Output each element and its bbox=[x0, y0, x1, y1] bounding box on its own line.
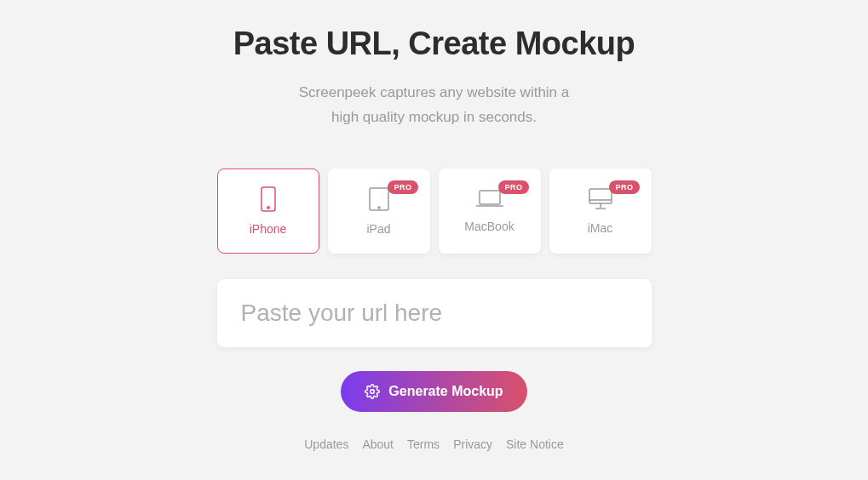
svg-point-10 bbox=[371, 390, 375, 394]
footer-link-updates[interactable]: Updates bbox=[304, 437, 348, 451]
pro-badge: PRO bbox=[609, 180, 639, 194]
device-label: iMac bbox=[588, 221, 613, 235]
device-label: iPad bbox=[366, 222, 390, 236]
pro-badge: PRO bbox=[388, 180, 417, 194]
device-selector: iPhone PRO iPad PRO MacBook PRO bbox=[217, 169, 652, 254]
footer-link-site-notice[interactable]: Site Notice bbox=[506, 437, 564, 451]
footer-link-privacy[interactable]: Privacy bbox=[453, 437, 492, 451]
svg-point-1 bbox=[267, 207, 268, 209]
device-label: iPhone bbox=[250, 222, 287, 236]
pro-badge: PRO bbox=[498, 180, 528, 194]
device-option-macbook[interactable]: PRO MacBook bbox=[439, 169, 541, 254]
device-label: MacBook bbox=[464, 220, 514, 233]
svg-rect-0 bbox=[262, 187, 275, 211]
svg-rect-6 bbox=[589, 189, 612, 203]
subtitle: Screenpeek captures any website within a… bbox=[299, 81, 570, 130]
subtitle-line-2: high quality mockup in seconds. bbox=[331, 109, 537, 125]
footer-links: Updates About Terms Privacy Site Notice bbox=[304, 437, 563, 451]
iphone-icon bbox=[260, 186, 277, 212]
generate-button-label: Generate Mockup bbox=[388, 384, 503, 399]
main-container: Paste URL, Create Mockup Screenpeek capt… bbox=[0, 0, 868, 451]
device-option-ipad[interactable]: PRO iPad bbox=[328, 169, 430, 254]
ipad-icon bbox=[368, 186, 390, 212]
footer-link-about[interactable]: About bbox=[362, 437, 394, 451]
device-option-iphone[interactable]: iPhone bbox=[217, 169, 319, 254]
svg-point-3 bbox=[378, 207, 380, 209]
svg-rect-4 bbox=[480, 191, 500, 204]
footer-link-terms[interactable]: Terms bbox=[407, 437, 440, 451]
url-input[interactable] bbox=[217, 279, 652, 347]
subtitle-line-1: Screenpeek captures any website within a bbox=[299, 84, 570, 100]
gear-icon bbox=[365, 384, 380, 399]
generate-mockup-button[interactable]: Generate Mockup bbox=[341, 371, 526, 412]
headline: Paste URL, Create Mockup bbox=[233, 26, 635, 62]
device-option-imac[interactable]: PRO iMac bbox=[549, 169, 652, 254]
